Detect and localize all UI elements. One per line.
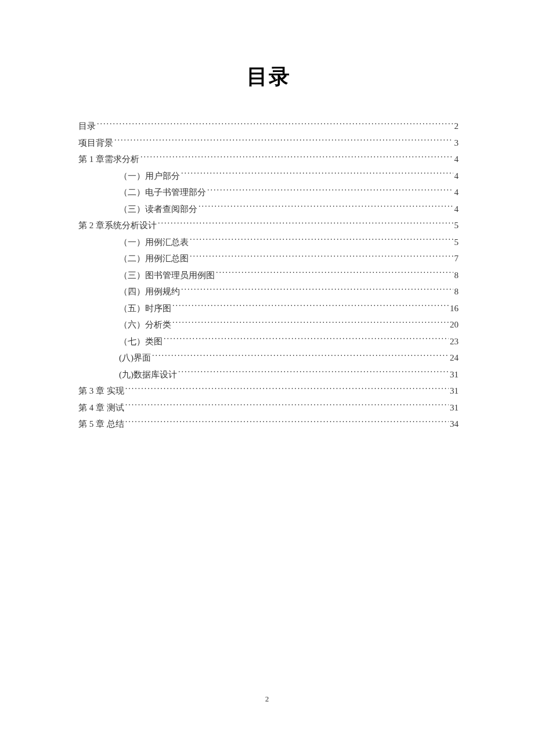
toc-entry-page: 4 — [454, 152, 459, 166]
toc-leader-dots — [172, 319, 449, 327]
toc-entry-page: 7 — [454, 251, 459, 265]
toc-entry: （三）读者查阅部分4 — [78, 202, 459, 216]
toc-leader-dots — [114, 137, 453, 146]
toc-entry-label: 第 4 章 测试 — [78, 401, 124, 415]
toc-leader-dots — [152, 352, 449, 361]
toc-entry: （三）图书管理员用例图8 — [78, 268, 459, 282]
toc-entry-page: 4 — [454, 202, 459, 216]
toc-entry-label: 第 3 章 实现 — [78, 384, 124, 398]
toc-leader-dots — [158, 219, 453, 228]
toc-entry-label: （一）用户部分 — [119, 169, 180, 183]
toc-entry-page: 31 — [450, 384, 459, 398]
toc-entry-page: 2 — [454, 119, 459, 133]
toc-entry-label: 项目背景 — [78, 136, 113, 150]
toc-entry-page: 31 — [450, 368, 459, 381]
toc-entry: （二）用例汇总图7 — [78, 251, 459, 265]
toc-entry: 目录2 — [78, 119, 459, 133]
toc-entry: 项目背景3 — [78, 136, 459, 150]
toc-entry-label: （二）用例汇总图 — [119, 251, 189, 265]
toc-entry-label: （六）分析类 — [119, 318, 171, 332]
toc-entry-page: 20 — [450, 318, 459, 332]
toc-leader-dots — [207, 186, 453, 195]
toc-entry-page: 16 — [450, 301, 459, 315]
toc-entry-page: 24 — [450, 351, 459, 365]
toc-entry-label: 第 2 章系统分析设计 — [78, 218, 157, 232]
toc-entry: （六）分析类20 — [78, 318, 459, 332]
toc-entry-page: 5 — [454, 235, 459, 249]
toc-entry-label: （二）电子书管理部分 — [119, 185, 206, 199]
toc-title: 目录 — [78, 63, 459, 91]
toc-entry: 第 3 章 实现31 — [78, 384, 459, 398]
toc-entry: （二）电子书管理部分4 — [78, 185, 459, 199]
toc-entry-page: 8 — [454, 268, 459, 282]
toc-entry: 第 5 章 总结34 — [78, 417, 459, 431]
toc-entry-label: 第 1 章需求分析 — [78, 152, 139, 166]
toc-entry-page: 8 — [454, 285, 459, 298]
toc-entry-page: 23 — [450, 334, 459, 348]
toc-entry-page: 34 — [450, 417, 459, 431]
toc-entry-label: （四）用例规约 — [119, 285, 180, 298]
toc-entry-label: （三）读者查阅部分 — [119, 202, 197, 216]
document-page: 目录 目录2项目背景3第 1 章需求分析4（一）用户部分4（二）电子书管理部分4… — [0, 0, 534, 431]
toc-entry-page: 4 — [454, 169, 459, 183]
toc-entry-page: 4 — [454, 185, 459, 199]
toc-entry: 第 1 章需求分析4 — [78, 152, 459, 166]
page-number: 2 — [0, 694, 534, 704]
toc-entry: （四）用例规约8 — [78, 285, 459, 298]
toc-entry: 第 2 章系统分析设计5 — [78, 218, 459, 232]
toc-leader-dots — [190, 253, 453, 261]
toc-entry: （七）类图23 — [78, 334, 459, 348]
toc-leader-dots — [216, 269, 453, 278]
toc-entry: (九)数据库设计31 — [78, 368, 459, 381]
table-of-contents: 目录2项目背景3第 1 章需求分析4（一）用户部分4（二）电子书管理部分4（三）… — [78, 119, 459, 431]
toc-leader-dots — [125, 418, 449, 427]
toc-entry-label: （一）用例汇总表 — [119, 235, 189, 249]
toc-leader-dots — [140, 153, 453, 162]
toc-entry-label: 第 5 章 总结 — [78, 417, 124, 431]
toc-entry-label: (九)数据库设计 — [119, 368, 177, 381]
toc-entry-page: 31 — [450, 401, 459, 415]
toc-entry-label: 目录 — [78, 119, 96, 133]
toc-entry: 第 4 章 测试31 — [78, 401, 459, 415]
toc-leader-dots — [178, 369, 449, 377]
toc-leader-dots — [125, 402, 449, 411]
toc-leader-dots — [125, 385, 449, 394]
toc-entry-label: （七）类图 — [119, 334, 163, 348]
toc-entry-label: （五）时序图 — [119, 301, 171, 315]
toc-entry-label: （三）图书管理员用例图 — [119, 268, 215, 282]
toc-leader-dots — [181, 170, 453, 179]
toc-leader-dots — [97, 120, 453, 129]
toc-entry: （一）用户部分4 — [78, 169, 459, 183]
toc-entry-label: (八)界面 — [119, 351, 151, 365]
toc-entry: （五）时序图16 — [78, 301, 459, 315]
toc-leader-dots — [172, 303, 449, 311]
toc-entry-page: 5 — [454, 218, 459, 232]
toc-entry-page: 3 — [454, 136, 459, 150]
toc-entry: (八)界面24 — [78, 351, 459, 365]
toc-leader-dots — [190, 236, 453, 245]
toc-leader-dots — [181, 286, 453, 294]
toc-leader-dots — [164, 336, 449, 344]
toc-leader-dots — [199, 203, 453, 212]
toc-entry: （一）用例汇总表5 — [78, 235, 459, 249]
